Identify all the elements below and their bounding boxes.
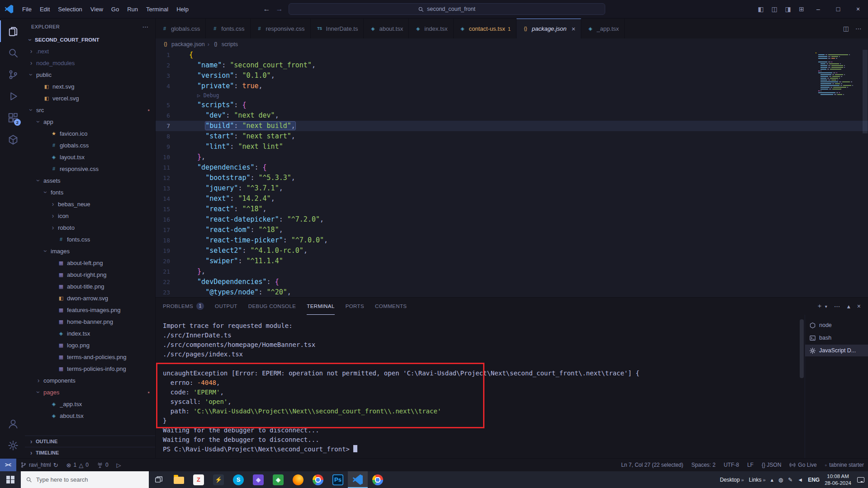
menu-edit[interactable]: Edit <box>36 0 54 18</box>
taskbar-app-photoshop[interactable]: Ps <box>328 471 348 488</box>
taskbar-app-chrome-2[interactable] <box>368 471 388 488</box>
tree-item-node_modules[interactable]: ›node_modules <box>25 57 155 69</box>
clock[interactable]: 10:08 AM 28-06-2024 <box>825 473 851 487</box>
taskbar-app-app-z[interactable]: Z <box>189 471 209 488</box>
tree-item-bebas_neue[interactable]: ›bebas_neue <box>25 198 155 210</box>
notification-center-icon[interactable] <box>857 477 864 483</box>
back-icon[interactable]: ← <box>263 5 270 13</box>
tree-item-fonts[interactable]: ›fonts <box>25 186 155 198</box>
tree-item-pages[interactable]: ›pages● <box>25 386 155 398</box>
panel-tab-ports[interactable]: PORTS <box>346 298 364 315</box>
tree-item-terms-and-policies.png[interactable]: ▦terms-and-policies.png <box>25 351 155 363</box>
close-icon[interactable]: × <box>571 25 575 33</box>
tree-item-roboto[interactable]: ›roboto <box>25 222 155 233</box>
tree-item-_app.tsx[interactable]: ◈_app.tsx <box>25 398 155 410</box>
command-center[interactable]: second_court_front <box>289 3 605 15</box>
editor-scrollbar[interactable] <box>862 50 868 297</box>
tray-hidden-icons-icon[interactable]: ▴ <box>771 477 773 483</box>
menu-selection[interactable]: Selection <box>54 0 86 18</box>
split-editor-icon[interactable]: ◫ <box>843 25 849 32</box>
tray-network-icon[interactable]: ◍ <box>778 477 783 483</box>
tab-responsive.css[interactable]: #responsive.css <box>251 19 311 38</box>
taskbar-app-app-s[interactable]: S <box>228 471 248 488</box>
tree-item-globals.css[interactable]: #globals.css <box>25 139 155 151</box>
close-button[interactable]: × <box>848 0 868 18</box>
panel-tab-output[interactable]: OUTPUT <box>215 298 237 315</box>
activity-settings[interactable] <box>0 435 25 456</box>
maximize-panel-icon[interactable]: ▴ <box>847 303 850 310</box>
toggle-secondary-sidebar-icon[interactable]: ◨ <box>781 5 795 13</box>
taskbar-app-vscode[interactable] <box>348 471 368 488</box>
tab-globals.css[interactable]: #globals.css <box>156 19 206 38</box>
tree-item-favicon.ico[interactable]: ★favicon.ico <box>25 128 155 139</box>
minimap[interactable] <box>813 51 862 96</box>
tree-item-public[interactable]: ›public <box>25 69 155 81</box>
maximize-button[interactable]: □ <box>828 0 848 18</box>
forward-icon[interactable]: → <box>276 5 283 13</box>
editor[interactable]: 1{2 "name": "second_court_front",3 "vers… <box>156 50 868 297</box>
minimize-button[interactable]: – <box>808 0 828 18</box>
tree-item-app[interactable]: ›app <box>25 116 155 128</box>
panel-tab-comments[interactable]: COMMENTS <box>375 298 407 315</box>
breadcrumb-item-scripts[interactable]: {}scripts <box>212 41 238 47</box>
tree-item-index.tsx[interactable]: ◈index.tsx <box>25 327 155 339</box>
activity-extension-pack[interactable] <box>0 129 25 151</box>
taskbar-app-app-bolt[interactable]: ⚡ <box>209 471 228 488</box>
activity-run-debug[interactable] <box>0 85 25 107</box>
menu-go[interactable]: Go <box>107 0 123 18</box>
tree-item-dwon-arrow.svg[interactable]: ◧dwon-arrow.svg <box>25 292 155 304</box>
tab-_app.tsx[interactable]: ◈_app.tsx <box>581 19 625 38</box>
new-terminal-icon[interactable]: ＋ <box>816 302 823 310</box>
activity-accounts[interactable] <box>0 413 25 435</box>
taskbar-app-task-view[interactable] <box>149 471 169 488</box>
tree-item-assets[interactable]: ›assets <box>25 175 155 186</box>
taskbar-app-file-explorer[interactable] <box>169 471 189 488</box>
status-problems[interactable]: ⊗1△0 <box>62 459 93 471</box>
tab-fonts.css[interactable]: #fonts.css <box>206 19 250 38</box>
customize-layout-icon[interactable]: ⊞ <box>795 5 808 13</box>
terminal-session-JavaScript D...[interactable]: JavaScript D... <box>805 345 868 356</box>
taskbar-app-app-purple[interactable]: ◆ <box>248 471 268 488</box>
tree-item-fonts.css[interactable]: #fonts.css <box>25 233 155 245</box>
tab-package.json[interactable]: {}package.json× <box>517 19 581 38</box>
terminal-session-bash[interactable]: bash <box>805 332 868 344</box>
breadcrumb-item-package.json[interactable]: {}package.json <box>162 41 205 47</box>
activity-extensions[interactable]: 2 <box>0 107 25 129</box>
status-indentation[interactable]: Spaces: 2 <box>688 459 720 471</box>
tree-item-terms-policies-info.png[interactable]: ▦terms-policies-info.png <box>25 363 155 374</box>
language-indicator[interactable]: ENG <box>808 477 820 483</box>
terminal[interactable]: Import trace for requested module:./src/… <box>156 315 805 458</box>
tree-item-images[interactable]: ›images <box>25 245 155 257</box>
terminal-scrollbar[interactable] <box>800 319 804 378</box>
status-go-live[interactable]: Go Live <box>785 459 821 471</box>
status-ports[interactable]: 0 <box>93 459 113 471</box>
timeline-section[interactable]: › TIMELINE <box>25 447 155 458</box>
root-folder-row[interactable]: › SECOND_COURT_FRONT <box>25 34 155 45</box>
menu-help[interactable]: Help <box>172 0 193 18</box>
taskbar-app-firefox[interactable] <box>288 471 308 488</box>
codelens-debug[interactable]: ▷ Debug <box>156 91 868 100</box>
status-remote[interactable]: >< <box>0 459 16 471</box>
tray-pen-icon[interactable]: ✎ <box>788 477 792 483</box>
toggle-panel-icon[interactable]: ◫ <box>768 5 781 13</box>
tree-item-responsive.css[interactable]: #responsive.css <box>25 163 155 175</box>
tab-index.tsx[interactable]: ◈index.tsx <box>409 19 453 38</box>
panel-tab-terminal[interactable]: TERMINAL <box>307 298 334 315</box>
search-input[interactable] <box>36 476 144 483</box>
activity-search[interactable] <box>0 42 25 64</box>
tray-volume-icon[interactable]: ◄ <box>797 477 803 483</box>
status-git-branch[interactable]: ravi_html↻ <box>16 459 62 471</box>
tree-item-about-right.png[interactable]: ▦about-right.png <box>25 269 155 280</box>
status-cursor-position[interactable]: Ln 7, Col 27 (22 selected) <box>617 459 687 471</box>
tree-item-components[interactable]: ›components <box>25 374 155 386</box>
tree-item-logo.png[interactable]: ▦logo.png <box>25 339 155 351</box>
menu-file[interactable]: File <box>18 0 36 18</box>
toggle-primary-sidebar-icon[interactable]: ◧ <box>754 5 768 13</box>
tab-about.tsx[interactable]: ◈about.tsx <box>364 19 409 38</box>
outline-section[interactable]: › OUTLINE <box>25 436 155 447</box>
status-tabnine[interactable]: ◦tabnine starter <box>821 459 868 471</box>
terminal-dropdown-icon[interactable]: ▾ <box>825 304 827 309</box>
tree-item-about-left.png[interactable]: ▦about-left.png <box>25 257 155 269</box>
status-debug-console[interactable]: ▷ <box>113 459 125 471</box>
terminal-session-node[interactable]: node <box>805 319 868 331</box>
